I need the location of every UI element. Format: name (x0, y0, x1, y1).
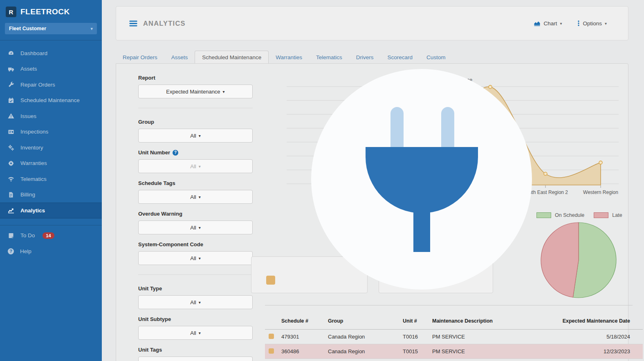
table-row[interactable]: 479301Canada RegionT0016PM SERVICE5/18/2… (265, 330, 643, 344)
report-dropdown[interactable]: Expected Maintenance ▾ (138, 85, 253, 98)
todo-icon (8, 232, 14, 239)
cell-maintenance-description: PM SERVICE (432, 348, 530, 354)
cell-maintenance-description: PM SERVICE (432, 334, 530, 340)
sidebar-item-assets[interactable]: Assets (0, 61, 102, 77)
vertical-dots-icon (577, 20, 580, 27)
sidebar-item-scheduled-maintenance[interactable]: Scheduled Maintenance (0, 93, 102, 109)
page-title: ANALYTICS (143, 20, 186, 27)
area-chart-icon (534, 20, 541, 27)
filter-schedule-tags: Schedule TagsAll▾ (138, 180, 253, 204)
filter-unit-type: Unit TypeAll▾ (138, 285, 253, 309)
tan-square-icon (269, 334, 274, 339)
tab-scorecard[interactable]: Scorecard (380, 51, 420, 64)
chevron-down-icon: ▾ (199, 300, 201, 305)
menu-hamburger-icon[interactable] (129, 20, 137, 27)
filter-dropdown-unit-subtype[interactable]: All▾ (138, 326, 253, 340)
sidebar-item-help[interactable]: ? Help (0, 243, 102, 259)
todo-count-badge: 14 (43, 232, 54, 239)
filter-dropdown-value: All (190, 299, 196, 305)
tab-assets[interactable]: Assets (164, 51, 195, 64)
sidebar-item-label: Telematics (20, 176, 47, 182)
tab-warranties[interactable]: Warranties (269, 51, 309, 64)
tab-scheduled-maintenance[interactable]: Scheduled Maintenance (195, 51, 269, 64)
sidebar-item-warranties[interactable]: Warranties (0, 156, 102, 172)
pie-slice-on-schedule (573, 223, 616, 298)
sidebar-item-repair-orders[interactable]: Repair Orders (0, 77, 102, 93)
filter-dropdown-group[interactable]: All▾ (138, 129, 253, 143)
svg-text:Western Region: Western Region (583, 189, 618, 195)
sidebar-item-label: Issues (20, 113, 36, 119)
report-label: Report (138, 74, 253, 81)
report-dropdown-value: Expected Maintenance (166, 89, 220, 95)
sidebar-item-issues[interactable]: Issues (0, 108, 102, 124)
table-row[interactable]: 360486Canada RegionT0015PM SERVICE12/23/… (265, 344, 643, 359)
pie-slice-late (541, 223, 579, 297)
sidebar-item-label: Scheduled Maintenance (20, 97, 80, 103)
sidebar-item-label: Help (20, 248, 31, 254)
badge-icon (8, 160, 14, 167)
filter-unit-number: Unit Number?All▾ (138, 149, 253, 173)
filter-dropdown-unit-type[interactable]: All▾ (138, 295, 253, 309)
filter-overdue-warning: Overdue WarningAll▾ (138, 210, 253, 234)
cell-schedule-: 360486 (281, 348, 328, 354)
cell-schedule-: 479301 (281, 334, 328, 340)
filter-dropdown-overdue-warning[interactable]: All▾ (138, 221, 253, 234)
tab-drivers[interactable]: Drivers (349, 51, 381, 64)
filter-dropdown-value: All (190, 255, 196, 261)
sidebar-item-todo[interactable]: To Do 14 (0, 228, 102, 244)
pie-chart-legend: On ScheduleLate (536, 212, 622, 218)
sidebar-item-inventory[interactable]: Inventory (0, 140, 102, 156)
chevron-down-icon: ▾ (223, 89, 225, 94)
filter-dropdown-schedule-tags[interactable]: All▾ (138, 190, 253, 204)
tab-repair-orders[interactable]: Repair Orders (116, 51, 164, 64)
options-menu-label: Options (583, 20, 602, 27)
filter-label: Group (138, 118, 253, 125)
cell-unit-: T0016 (403, 334, 432, 340)
sidebar-item-billing[interactable]: Billing (0, 187, 102, 203)
sidebar-item-analytics[interactable]: Analytics (0, 203, 102, 218)
filter-dropdown-system-component-code[interactable]: All▾ (138, 251, 253, 265)
column-header-expected-maintenance-date: Expected Maintenance Date (530, 318, 643, 324)
account-selector-label: Fleet Customer (9, 26, 46, 31)
calendar-icon (8, 97, 14, 104)
table-header-row: Schedule #GroupUnit #Maintenance Descrip… (265, 313, 643, 330)
options-menu-button[interactable]: Options ▾ (577, 20, 607, 27)
account-selector[interactable]: Fleet Customer ▾ (5, 23, 97, 34)
filter-system-component-code: System-Component CodeAll▾ (138, 241, 253, 265)
sidebar-item-label: Billing (20, 192, 35, 198)
sidebar-item-dashboard[interactable]: Dashboard (0, 45, 102, 61)
sidebar-item-label: Assets (20, 66, 37, 72)
filter-label: Unit Tags (138, 346, 253, 353)
filter-unit-tags: Unit Tags (138, 346, 253, 361)
filter-divider (138, 274, 253, 275)
inspection-icon (8, 129, 14, 135)
sidebar-item-inspections[interactable]: Inspections (0, 124, 102, 140)
brand: R FLEETROCK (0, 0, 102, 21)
filter-dropdown-unit-tags[interactable] (138, 357, 253, 361)
filter-panel: Report Expected Maintenance ▾ GroupAll▾U… (138, 74, 253, 361)
filter-label: Schedule Tags (138, 180, 253, 187)
sidebar-item-label: Dashboard (20, 50, 47, 56)
warning-icon (8, 113, 14, 119)
brand-name: FLEETROCK (20, 7, 70, 16)
chevron-down-icon: ▾ (199, 164, 201, 169)
maintenance-table: Schedule #GroupUnit #Maintenance Descrip… (265, 313, 643, 359)
help-icon: ? (8, 248, 14, 254)
plug-icon (366, 147, 478, 213)
chart-menu-button[interactable]: Chart ▾ (534, 20, 562, 27)
legend-swatch (536, 212, 551, 218)
help-question-icon[interactable]: ? (173, 150, 178, 156)
chart-menu-label: Chart (543, 20, 557, 27)
filter-dropdown-value: All (190, 330, 196, 336)
chevron-down-icon: ▾ (199, 195, 201, 199)
filter-dropdown-unit-number[interactable]: All▾ (138, 159, 253, 173)
gears-icon (8, 144, 14, 151)
chevron-down-icon: ▾ (90, 26, 93, 31)
plug-stem (413, 210, 430, 252)
tan-square-icon (266, 276, 275, 285)
wifi-icon (8, 176, 14, 182)
tab-custom[interactable]: Custom (420, 51, 453, 64)
sidebar-item-telematics[interactable]: Telematics (0, 171, 102, 187)
status-icon-cell (265, 334, 281, 340)
tab-telematics[interactable]: Telematics (309, 51, 349, 64)
